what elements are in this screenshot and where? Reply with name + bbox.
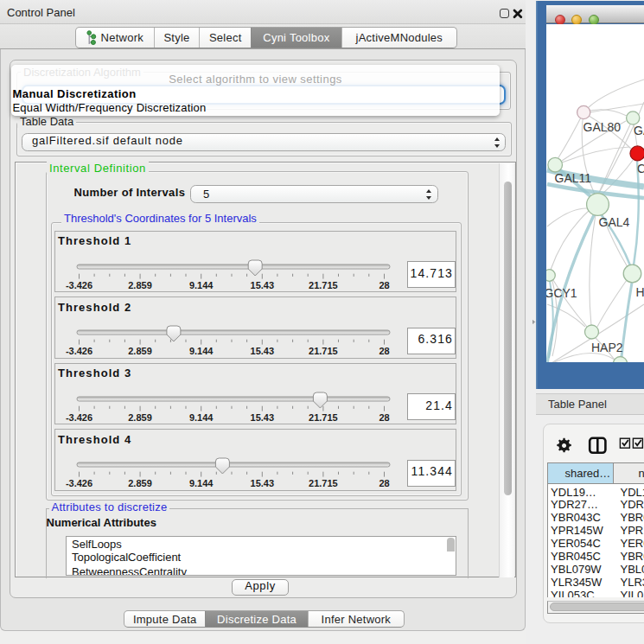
svg-text:GCY1: GCY1 — [546, 286, 577, 300]
svg-text:HAP2: HAP2 — [591, 341, 623, 354]
svg-text:GAL80: GAL80 — [583, 120, 622, 134]
svg-text:H: H — [636, 285, 644, 299]
svg-text:C: C — [637, 162, 644, 175]
svg-text:GAL4: GAL4 — [599, 215, 630, 229]
svg-text:GA: GA — [634, 124, 644, 137]
svg-text:GAL11: GAL11 — [555, 171, 592, 185]
